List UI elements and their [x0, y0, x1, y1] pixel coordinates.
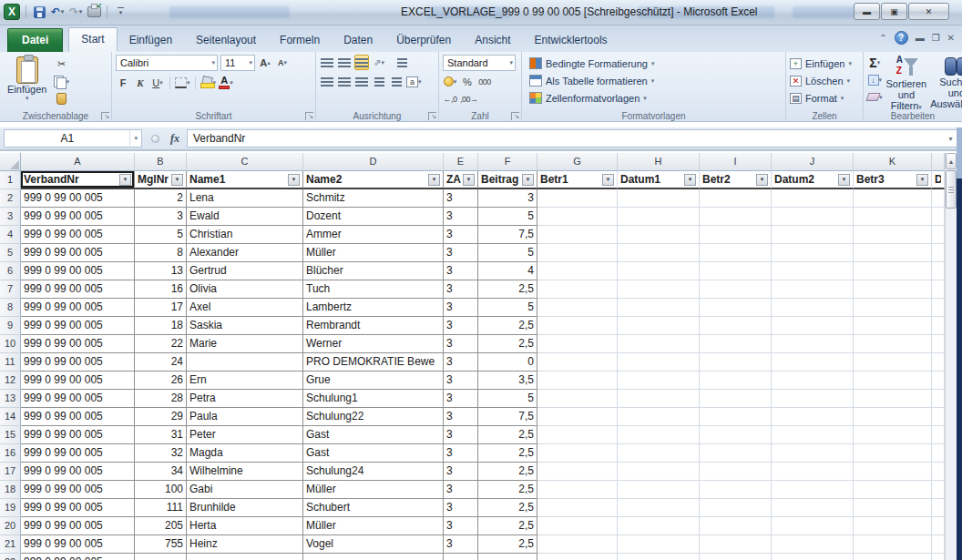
save-button[interactable]: [32, 4, 46, 20]
workbook-close-icon[interactable]: ✕: [947, 33, 955, 43]
cell-H15[interactable]: [618, 426, 700, 444]
cell-F11[interactable]: 0: [478, 353, 537, 372]
tab-formeln[interactable]: Formeln: [268, 29, 332, 52]
cell-B8[interactable]: 17: [135, 299, 187, 317]
cell-L16[interactable]: [932, 444, 945, 463]
formula-bar-grip[interactable]: [151, 135, 159, 143]
cell-A13[interactable]: 999 0 99 00 005: [21, 390, 135, 408]
cell-H12[interactable]: [618, 372, 700, 390]
filter-dropdown-icon[interactable]: ▼: [756, 174, 768, 186]
cell-G20[interactable]: [537, 517, 618, 535]
conditional-formatting-button[interactable]: Bedingte Formatierung▾: [529, 55, 782, 72]
cell-K2[interactable]: [854, 189, 932, 208]
cell-F19[interactable]: 2,5: [478, 499, 537, 517]
column-header-partial[interactable]: [932, 153, 945, 171]
cell-A22[interactable]: 999 0 99 00 005: [21, 554, 135, 560]
filter-dropdown-icon[interactable]: ▼: [119, 174, 131, 186]
select-all-button[interactable]: [0, 153, 21, 171]
cell-H1[interactable]: Datum1▼: [618, 171, 700, 189]
cell-A4[interactable]: 999 0 99 00 005: [21, 226, 135, 244]
cell-B3[interactable]: 3: [135, 208, 187, 226]
cell-B11[interactable]: 24: [135, 353, 187, 372]
customize-qat-button[interactable]: ▾: [113, 4, 128, 20]
row-header-4[interactable]: 4: [0, 226, 21, 244]
percent-button[interactable]: %: [460, 74, 475, 89]
cell-K18[interactable]: [854, 481, 932, 499]
cell-C12[interactable]: Ern: [187, 372, 303, 390]
chevron-down-icon[interactable]: ▾: [129, 130, 141, 147]
cell-A20[interactable]: 999 0 99 00 005: [21, 517, 135, 535]
cell-I7[interactable]: [700, 280, 772, 299]
cell-K14[interactable]: [854, 408, 932, 426]
cell-K12[interactable]: [854, 372, 932, 390]
cell-L5[interactable]: [932, 244, 945, 262]
cell-D3[interactable]: Dozent: [303, 208, 444, 226]
filter-dropdown-icon[interactable]: ▼: [288, 174, 300, 186]
cell-J11[interactable]: [772, 353, 854, 372]
cell-L17[interactable]: [932, 463, 945, 481]
cell-E22[interactable]: [444, 554, 478, 560]
dialog-launcher-icon[interactable]: ↘: [305, 112, 313, 120]
cell-L13[interactable]: [932, 390, 945, 408]
format-cells-button[interactable]: ▤ Format▾: [790, 89, 859, 107]
increase-indent-button[interactable]: [389, 74, 404, 89]
cell-A2[interactable]: 999 0 99 00 005: [21, 189, 135, 208]
cell-C19[interactable]: Brunhilde: [187, 499, 303, 517]
dialog-launcher-icon[interactable]: ↘: [101, 112, 109, 120]
cell-L10[interactable]: [932, 335, 945, 353]
cell-E7[interactable]: 3: [444, 280, 478, 299]
column-header-A[interactable]: A: [21, 153, 135, 171]
dialog-launcher-icon[interactable]: ↘: [511, 112, 519, 120]
cell-B7[interactable]: 16: [135, 280, 187, 299]
cell-G12[interactable]: [537, 372, 618, 390]
cell-K5[interactable]: [854, 244, 932, 262]
cell-G3[interactable]: [537, 208, 618, 226]
redo-dropdown-icon[interactable]: ▾: [79, 8, 83, 15]
insert-function-button[interactable]: fx: [167, 132, 187, 146]
column-header-E[interactable]: E: [444, 153, 478, 171]
cell-C21[interactable]: Heinz: [187, 535, 303, 554]
cell-E3[interactable]: 3: [444, 208, 478, 226]
filter-dropdown-icon[interactable]: ▼: [684, 174, 696, 186]
cell-I20[interactable]: [700, 517, 772, 535]
cell-G6[interactable]: [537, 262, 618, 280]
column-header-I[interactable]: I: [700, 153, 772, 171]
cell-K4[interactable]: [854, 226, 932, 244]
cell-H6[interactable]: [618, 262, 700, 280]
row-header-5[interactable]: 5: [0, 244, 21, 262]
row-header-8[interactable]: 8: [0, 299, 21, 317]
excel-logo-icon[interactable]: X: [4, 4, 20, 20]
tab-entwicklertools[interactable]: Entwicklertools: [523, 29, 619, 52]
workbook-restore-icon[interactable]: ❐: [932, 33, 940, 43]
thousands-button[interactable]: 000: [477, 74, 492, 89]
cell-F10[interactable]: 2,5: [478, 335, 537, 353]
cell-K10[interactable]: [854, 335, 932, 353]
cell-I21[interactable]: [700, 535, 772, 554]
cell-C4[interactable]: Christian: [187, 226, 303, 244]
tab-datei[interactable]: Datei: [7, 28, 63, 52]
filter-dropdown-icon[interactable]: ▼: [916, 174, 928, 186]
cell-E2[interactable]: 3: [444, 189, 478, 208]
bold-button[interactable]: F: [116, 75, 130, 90]
cell-G16[interactable]: [537, 444, 618, 463]
dialog-launcher-icon[interactable]: ↘: [428, 112, 436, 120]
column-header-J[interactable]: J: [772, 153, 854, 171]
minimize-button[interactable]: ▬: [854, 3, 880, 20]
cell-K7[interactable]: [854, 280, 932, 299]
cell-J1[interactable]: Datum2▼: [772, 171, 854, 189]
cell-I4[interactable]: [700, 226, 772, 244]
cell-E10[interactable]: 3: [444, 335, 478, 353]
format-painter-button[interactable]: [54, 91, 69, 107]
row-header-10[interactable]: 10: [0, 335, 21, 353]
cell-F1[interactable]: Beitrag▼: [478, 171, 537, 189]
cell-C15[interactable]: Peter: [187, 426, 303, 444]
paste-button[interactable]: Einfügen ▾: [4, 55, 50, 107]
row-header-7[interactable]: 7: [0, 280, 21, 299]
cell-K8[interactable]: [854, 299, 932, 317]
cell-B12[interactable]: 26: [135, 372, 187, 390]
tab-ansicht[interactable]: Ansicht: [463, 29, 522, 52]
cell-K20[interactable]: [854, 517, 932, 535]
cell-H11[interactable]: [618, 353, 700, 372]
align-center-button[interactable]: [337, 74, 352, 89]
cell-D5[interactable]: Müller: [303, 244, 444, 262]
